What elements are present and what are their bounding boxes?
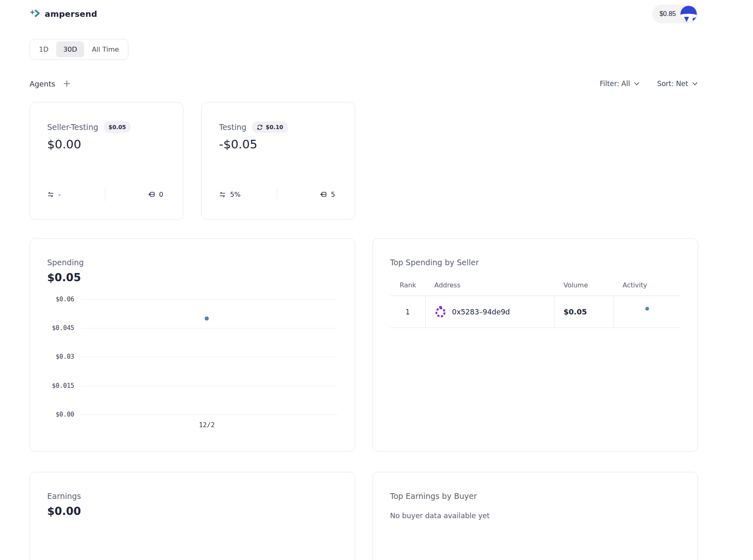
plus-icon xyxy=(63,80,71,88)
filter-label: Filter: All xyxy=(600,80,630,88)
y-tick: $0.03 xyxy=(47,353,74,360)
agent-success-rate: - xyxy=(47,191,105,198)
empty-state-message: No buyer data available yet xyxy=(390,512,680,520)
request-count-value: 5 xyxy=(331,191,335,198)
y-tick: $0.06 xyxy=(47,296,74,303)
agent-card-footer: 5% 5 xyxy=(219,187,338,201)
tab-1d[interactable]: 1D xyxy=(32,41,55,57)
swap-arrows-icon xyxy=(47,191,54,197)
activity-sparkline-dot xyxy=(646,307,649,310)
agent-name: Seller-Testing xyxy=(47,123,98,132)
time-range-tabs: 1D 30D All Time xyxy=(30,39,128,60)
wallet-balance-pill[interactable]: $0.85 xyxy=(652,5,698,23)
top-spending-card: Top Spending by Seller Rank Address Volu… xyxy=(372,238,698,452)
earnings-total: $0.00 xyxy=(47,504,338,518)
brand-name: ampersend xyxy=(45,9,97,19)
agent-card-testing[interactable]: Testing $0.10 -$0.05 xyxy=(201,102,355,220)
swap-arrows-icon xyxy=(219,191,226,197)
spending-data-point xyxy=(205,316,209,321)
chevron-down-icon xyxy=(634,82,640,86)
agents-section-header: Agents Filter: All Sort: Net xyxy=(30,79,698,89)
wallet-balance: $0.85 xyxy=(659,10,676,18)
agent-price-badge: $0.10 xyxy=(252,121,288,133)
agents-label: Agents xyxy=(30,80,55,88)
tab-all-time[interactable]: All Time xyxy=(85,41,126,57)
agent-card-header: Testing $0.10 xyxy=(219,121,338,133)
success-rate-value: 5% xyxy=(230,191,240,198)
address-cell: 0x5283–94de9d xyxy=(426,296,555,328)
agent-request-count: 5 xyxy=(277,191,338,198)
agent-price-badge: $0.05 xyxy=(104,121,131,133)
column-rank: Rank xyxy=(390,281,426,289)
dashboard-page: ampersend $0.85 1D 30D All Time xyxy=(30,0,698,560)
top-earnings-card: Top Earnings by Buyer No buyer data avai… xyxy=(372,472,698,560)
agent-card-header: Seller-Testing $0.05 xyxy=(47,121,166,133)
agents-title: Agents xyxy=(30,79,72,89)
ampersend-logo-icon xyxy=(30,9,41,19)
agent-card-seller-testing[interactable]: Seller-Testing $0.05 $0.00 - xyxy=(30,102,183,220)
requests-icon xyxy=(148,191,155,198)
activity-cell xyxy=(614,296,680,328)
brand: ampersend xyxy=(30,9,97,19)
address-value: 0x5283–94de9d xyxy=(452,308,510,316)
tab-30d[interactable]: 30D xyxy=(56,41,84,57)
agent-cards: Seller-Testing $0.05 $0.00 - xyxy=(30,102,698,220)
spending-plot: 12/2 xyxy=(81,299,338,414)
y-tick: $0.00 xyxy=(47,411,74,418)
wallet-avatar-icon xyxy=(680,6,697,22)
requests-icon xyxy=(320,191,327,198)
top-earnings-title: Top Earnings by Buyer xyxy=(390,491,680,501)
sort-label: Sort: Net xyxy=(657,80,688,88)
top-spending-table: Rank Address Volume Activity 1 0x5283–94… xyxy=(390,281,680,328)
analytics-row-earnings: Earnings $0.00 Top Earnings by Buyer No … xyxy=(30,472,698,560)
spending-chart: $0.06 $0.045 $0.03 $0.015 $0.00 xyxy=(47,299,338,435)
sort-dropdown[interactable]: Sort: Net xyxy=(657,80,698,88)
success-rate-value: - xyxy=(58,191,61,198)
agent-net-value: $0.00 xyxy=(47,137,166,151)
spending-x-label: 12/2 xyxy=(199,421,215,429)
spending-title: Spending xyxy=(47,257,338,267)
column-activity: Activity xyxy=(614,281,680,289)
refresh-icon xyxy=(257,124,263,130)
y-tick: $0.045 xyxy=(47,324,74,332)
filter-dropdown[interactable]: Filter: All xyxy=(600,80,640,88)
agent-price: $0.10 xyxy=(266,124,283,130)
analytics-row-spending: Spending $0.05 $0.06 $0.045 $0.03 $0.015 xyxy=(30,238,698,452)
wallet-identicon xyxy=(434,306,447,318)
agent-price: $0.05 xyxy=(109,124,126,130)
table-header: Rank Address Volume Activity xyxy=(390,281,680,296)
y-tick: $0.015 xyxy=(47,382,74,389)
column-volume: Volume xyxy=(555,281,614,289)
gridline xyxy=(81,414,338,415)
column-address: Address xyxy=(426,281,555,289)
earnings-title: Earnings xyxy=(47,491,338,501)
list-controls: Filter: All Sort: Net xyxy=(600,80,698,88)
top-spending-title: Top Spending by Seller xyxy=(390,257,680,267)
chevron-down-icon xyxy=(692,82,698,86)
agent-success-rate: 5% xyxy=(219,191,277,198)
agent-request-count: 0 xyxy=(105,191,166,198)
spending-total: $0.05 xyxy=(47,271,338,285)
volume-cell: $0.05 xyxy=(555,296,614,328)
add-agent-button[interactable] xyxy=(62,79,72,89)
spending-card: Spending $0.05 $0.06 $0.045 $0.03 $0.015 xyxy=(30,238,355,452)
rank-cell: 1 xyxy=(390,296,426,328)
table-row[interactable]: 1 0x5283–94de9d $0.05 xyxy=(390,296,680,328)
agent-card-footer: - 0 xyxy=(47,187,166,201)
agent-net-value: -$0.05 xyxy=(219,137,338,151)
earnings-card: Earnings $0.00 xyxy=(30,472,355,560)
request-count-value: 0 xyxy=(159,191,163,198)
agent-name: Testing xyxy=(219,123,246,132)
app-header: ampersend $0.85 xyxy=(30,0,698,23)
